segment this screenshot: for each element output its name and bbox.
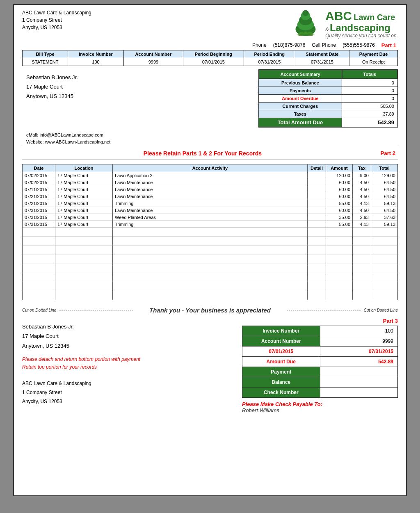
p3-payment-value [320,367,398,377]
logo-landscaping: Landscaping [330,23,390,33]
bill-type-value: STATEMENT [23,58,68,66]
p3-amount-value: 542.89 [320,356,398,367]
act-date: 07/21/2015 [23,200,55,207]
act-detail [308,221,326,228]
p3-balance-label: Balance [242,377,320,387]
statement-date-value: 07/31/2015 [295,58,349,66]
act-location: 17 Maple Court [55,193,113,200]
retain-banner: Please Retain Parts 1 & 2 For Your Recor… [25,148,381,158]
activity-table: Date Location Account Activity Detail Am… [22,164,398,300]
act-date: 07/02/2015 [23,179,55,186]
company-address: ABC Lawn Care & Landscaping 1 Company St… [22,9,91,31]
act-detail [308,200,326,207]
act-total: 64.50 [371,179,398,186]
p3-invoice-value: 100 [320,326,398,336]
table-row: 07/21/2015 17 Maple Court Lawn Maintenan… [23,193,398,200]
summary-header-label: Account Summary [259,70,342,79]
dotted-line-left [59,310,133,310]
cut-label-right: Cut on Dotted Line [364,308,398,312]
act-tax: 2.63 [353,214,371,221]
act-detail [308,214,326,221]
account-number-value: 9999 [124,58,183,66]
part3-left: Sebastian B Jones Jr. 17 Maple Court Any… [22,318,234,413]
cell-number: (555)555-9876 [342,42,375,48]
act-date: 07/31/2015 [23,214,55,221]
act-col-total: Total [371,164,398,172]
table-row: 07/11/2015 17 Maple Court Lawn Maintenan… [23,186,398,193]
table-row: 07/21/2015 17 Maple Court Trimming 55.00… [23,200,398,207]
act-col-location: Location [55,164,113,172]
header-row: ABC Lawn Care & Landscaping 1 Company St… [22,9,398,39]
table-row [23,246,398,255]
svg-point-6 [302,10,309,16]
table-row [23,228,398,237]
customer-info: Sebastian B Jones Jr. 17 Maple Court Any… [22,69,258,128]
act-activity: Lawn Maintenance [113,207,308,214]
payable-to: Please Make Check Payable To: Robert Wil… [242,401,398,413]
act-activity: Lawn Maintenance [113,179,308,186]
act-detail [308,207,326,214]
p3-check-row: Check Number [242,387,398,397]
logo-tagline: Quality service you can count on. [325,33,398,39]
table-row [23,291,398,300]
act-amount: 55.00 [326,200,353,207]
phone-label: Phone [252,42,267,48]
invoice-page: ABC Lawn Care & Landscaping 1 Company St… [13,4,407,496]
customer-street: 17 Maple Court [26,82,254,91]
act-detail [308,172,326,179]
act-location: 17 Maple Court [55,207,113,214]
col-payment-due: Payment Due [349,50,398,58]
act-amount: 60.00 [326,179,353,186]
act-total: 37.63 [371,214,398,221]
act-location: 17 Maple Court [55,221,113,228]
act-date: 07/31/2015 [23,207,55,214]
p3-balance-row: Balance [242,377,398,387]
act-tax: 4.50 [353,179,371,186]
part3-customer-addr: Sebastian B Jones Jr. 17 Maple Court Any… [22,322,234,351]
act-amount: 120.00 [326,172,353,179]
p3-customer-street: 17 Maple Court [22,331,234,341]
table-row: 07/31/2015 17 Maple Court Trimming 55.00… [23,221,398,228]
act-col-activity: Account Activity [113,164,308,172]
act-activity: Lawn Maintenance [113,186,308,193]
current-charges-row: Current Charges 505.00 [259,103,397,110]
table-row: 07/02/2015 17 Maple Court Lawn Applicati… [23,172,398,179]
overdue-label: Amount Overdue [259,95,342,102]
act-activity: Lawn Application 2 [113,172,308,179]
col-statement-date: Statement Date [295,50,349,58]
taxes-value: 37.89 [342,110,397,118]
logo-area: ABC Lawn Care & Landscaping Quality serv… [289,9,398,39]
company-addr-bottom: ABC Lawn Care & Landscaping 1 Company St… [22,379,234,406]
p3-amount-row: Amount Due 542.89 [242,356,398,367]
total-row: Total Amount Due 542.89 [259,118,397,127]
part1-section: ABC Lawn Care & Landscaping 1 Company St… [14,5,406,164]
act-total: 59.13 [371,200,398,207]
middle-section: Sebastian B Jones Jr. 17 Maple Court Any… [22,69,398,128]
thank-you-text: Thank you - Your business is appreciated [137,307,284,314]
table-row [23,273,398,282]
invoice-number-value: 100 [68,58,124,66]
period-ending-value: 07/31/2015 [244,58,295,66]
act-tax: 4.50 [353,186,371,193]
table-row: 07/31/2015 17 Maple Court Weed Planted A… [23,214,398,221]
act-activity: Trimming [113,200,308,207]
part3-section: Sebastian B Jones Jr. 17 Maple Court Any… [14,318,406,413]
logo-abc: ABC [325,9,352,23]
table-row: 07/02/2015 17 Maple Court Lawn Maintenan… [23,179,398,186]
activity-section: Date Location Account Activity Detail Am… [14,164,406,300]
act-total: 59.13 [371,221,398,228]
act-total: 64.50 [371,207,398,214]
account-summary: Account Summary Totals Previous Balance … [258,69,398,128]
part3-table: Invoice Number 100 Account Number 9999 0… [242,326,398,398]
act-col-detail: Detail [308,164,326,172]
previous-balance-row: Previous Balance 0 [259,79,397,87]
payments-value: 0 [342,87,397,94]
p3-check-value [320,387,398,397]
p3-company-street: 1 Company Street [22,388,234,397]
act-detail [308,193,326,200]
p3-check-label: Check Number [242,387,320,397]
current-charges-label: Current Charges [259,103,342,110]
col-invoice-number: Invoice Number [68,50,124,58]
act-detail [308,179,326,186]
p3-invoice-row: Invoice Number 100 [242,326,398,336]
